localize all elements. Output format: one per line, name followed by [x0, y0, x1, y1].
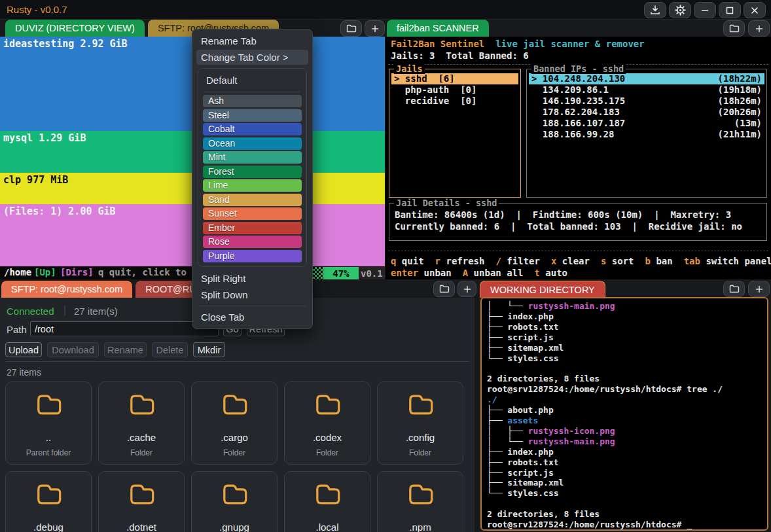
- keybind-key: /: [495, 256, 501, 266]
- banned-ip-row[interactable]: 134.209.86.1(19h18m): [529, 84, 764, 96]
- duviz-new-tab-button[interactable]: [365, 20, 385, 37]
- menu-color-lime[interactable]: Lime: [203, 179, 302, 192]
- terminal-line: root@srv1287524:/home/rustyssh/htdocs# _: [487, 520, 762, 530]
- banned-ip-row[interactable]: 188.166.107.187(13m): [529, 118, 764, 129]
- sftp-tab-1[interactable]: SFTP: root@rustyssh.com: [1, 281, 132, 298]
- terminal-line: ├── robots.txt: [487, 322, 762, 332]
- keybind-hint: tab switch panel: [684, 256, 771, 266]
- file-card-dot-gnupg[interactable]: .gnupgFolder: [191, 471, 278, 532]
- ban-remaining-time: (19h18m): [718, 84, 762, 96]
- terminal-pane[interactable]: │ └── rustyssh-main.png├── index.php├── …: [480, 297, 768, 531]
- terminal-open-folder-button[interactable]: [723, 281, 745, 297]
- folder-icon: [127, 481, 157, 507]
- tab-color-submenu: Default AshSteelCobaltOceanMintForestLim…: [198, 68, 307, 267]
- menu-color-forest[interactable]: Forest: [203, 166, 302, 178]
- file-card-dot-npm[interactable]: .npmFolder: [377, 471, 463, 532]
- jail-row-selected[interactable]: > sshd [6]: [391, 73, 518, 84]
- sftp-open-folder-button[interactable]: [433, 281, 455, 297]
- file-name: .gnupg: [192, 522, 277, 532]
- menu-color-mint[interactable]: Mint: [203, 151, 302, 164]
- terminal-new-tab-button[interactable]: [748, 281, 770, 297]
- menu-color-sand[interactable]: Sand: [203, 194, 302, 206]
- file-name: .cargo: [192, 432, 277, 443]
- menu-split-right[interactable]: Split Right: [192, 270, 312, 287]
- file-card-dot-debug[interactable]: .debugFolder: [5, 471, 92, 532]
- keybind-hint: enter unban: [391, 268, 452, 278]
- terminal-line: [487, 363, 762, 374]
- sftp-download-button[interactable]: Download: [47, 342, 99, 357]
- file-card-dot-codex[interactable]: .codexFolder: [284, 381, 370, 465]
- file-name: .cache: [99, 432, 184, 443]
- titlebar: Rusty - v0.0.7: [0, 0, 771, 20]
- fail2ban-tab-1[interactable]: fail2ban SCANNER: [387, 20, 489, 37]
- folder-icon: [127, 391, 157, 417]
- menu-color-ocean[interactable]: Ocean: [203, 137, 302, 150]
- duviz-open-folder-button[interactable]: [340, 20, 362, 37]
- folder-icon: [729, 285, 740, 293]
- maximize-button[interactable]: [719, 2, 741, 18]
- keybind-hint: t auto: [534, 268, 567, 278]
- menu-color-ember[interactable]: Ember: [203, 222, 302, 234]
- fail2ban-open-folder-button[interactable]: [723, 20, 745, 37]
- duviz-bar-label: ideastesting 2.92 GiB: [3, 38, 128, 50]
- file-card-dot-cargo[interactable]: .cargoFolder: [191, 381, 278, 465]
- terminal-tab-1[interactable]: WORKING DIRECTORY: [480, 281, 605, 298]
- ban-remaining-time: (18h26m): [718, 96, 762, 107]
- file-card-dot-local[interactable]: .localFolder: [284, 471, 370, 532]
- file-name: .config: [378, 432, 463, 443]
- terminal-line: ├── robots.txt: [487, 457, 762, 468]
- jail-row[interactable]: php-auth [0]: [391, 84, 518, 96]
- menu-close-tab[interactable]: Close Tab: [192, 309, 312, 325]
- download-button[interactable]: [644, 2, 666, 18]
- fail2ban-summary: Jails: 3 Total Banned: 6: [391, 50, 529, 61]
- menu-split-down[interactable]: Split Down: [192, 287, 312, 303]
- menu-color-ash[interactable]: Ash: [203, 95, 302, 107]
- close-button[interactable]: [744, 2, 766, 18]
- menu-color-rose[interactable]: Rose: [203, 236, 302, 248]
- menu-color-sunset[interactable]: Sunset: [203, 207, 302, 220]
- banned-ip-row[interactable]: 188.166.99.28(21h11m): [529, 129, 764, 140]
- sftp-upload-button[interactable]: Upload: [5, 342, 42, 357]
- ban-remaining-time: (13m): [734, 118, 762, 129]
- banned-ip-row[interactable]: 178.62.204.183(20h26m): [529, 107, 764, 118]
- jail-row[interactable]: recidive [0]: [391, 96, 518, 107]
- duviz-up-button[interactable]: [Up]: [34, 267, 56, 277]
- menu-color-default[interactable]: Default: [198, 71, 306, 89]
- keybind-key: s: [601, 256, 606, 266]
- menu-rename-tab[interactable]: Rename Tab: [192, 33, 312, 49]
- duviz-tab-1[interactable]: DUVIZ (DIRECTORY VIEW): [5, 20, 145, 37]
- file-card-dot-config[interactable]: .configFolder: [377, 381, 463, 465]
- duviz-version-label: v0.1.1: [359, 267, 385, 279]
- menu-color-purple[interactable]: Purple: [203, 250, 302, 262]
- download-icon: [650, 5, 660, 15]
- sftp-delete-button[interactable]: Delete: [152, 342, 188, 357]
- file-card-dot-[interactable]: ..Parent folder: [5, 381, 92, 465]
- folder-icon: [34, 391, 64, 417]
- menu-color-steel[interactable]: Steel: [203, 109, 302, 122]
- sftp-pane: Connected | 27 item(s) Path Go Refresh U…: [0, 298, 475, 532]
- file-card-dot-dotnet[interactable]: .dotnetFolder: [98, 471, 185, 532]
- folder-icon: [406, 391, 436, 417]
- file-name: .npm: [378, 522, 463, 532]
- sftp-new-tab-button[interactable]: [457, 281, 476, 297]
- menu-color-cobalt[interactable]: Cobalt: [203, 123, 302, 135]
- duviz-dirs-button[interactable]: [Dirs]: [60, 267, 94, 277]
- sftp-mkdir-button[interactable]: Mkdir: [193, 342, 225, 357]
- folder-icon: [220, 481, 250, 507]
- fail2ban-keybar-line1: q quitr refresh/ filterx clears sortb ba…: [391, 256, 771, 266]
- sftp-path-input[interactable]: [30, 321, 219, 336]
- minimize-button[interactable]: [694, 2, 716, 18]
- file-card-dot-cache[interactable]: .cacheFolder: [98, 381, 185, 465]
- menu-change-tab-color[interactable]: Change Tab Color >: [196, 50, 308, 65]
- keybind-key: x: [551, 256, 556, 266]
- sftp-rename-button[interactable]: Rename: [104, 342, 147, 357]
- duviz-bar-label: (Files: 1) 2.00 GiB: [3, 205, 116, 217]
- sftp-items-count-label: 27 items: [7, 367, 41, 378]
- banned-ip-row-selected[interactable]: > 104.248.204.130(18h22m): [529, 73, 764, 84]
- banned-ip-row[interactable]: 146.190.235.175(18h26m): [529, 96, 764, 107]
- settings-button[interactable]: [669, 2, 691, 18]
- keybind-key: A: [463, 268, 468, 278]
- folder-icon: [439, 285, 450, 293]
- window-title: Rusty - v0.0.7: [7, 4, 67, 15]
- fail2ban-new-tab-button[interactable]: [748, 20, 770, 37]
